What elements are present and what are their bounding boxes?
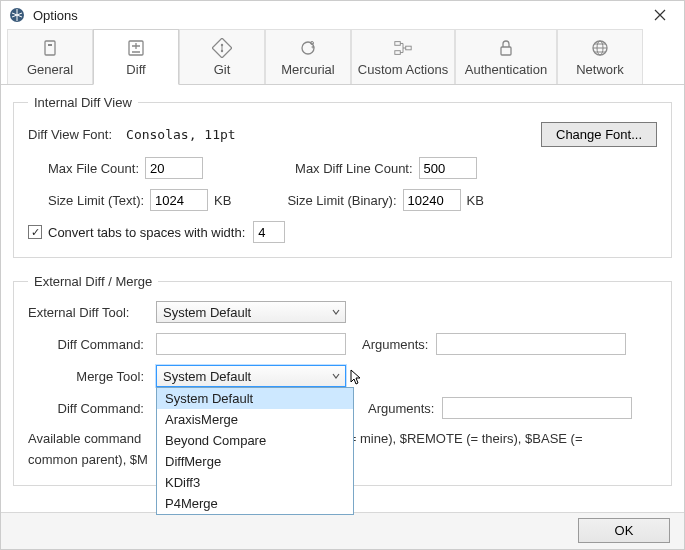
external-diff-tool-label: External Diff Tool:: [28, 305, 148, 320]
merge-tool-value: System Default: [163, 369, 251, 384]
app-icon: [9, 7, 25, 23]
tab-authentication[interactable]: Authentication: [455, 29, 557, 84]
merge-tool-label: Merge Tool:: [28, 369, 148, 384]
ok-button[interactable]: OK: [578, 518, 670, 543]
size-limit-text-input[interactable]: [150, 189, 208, 211]
diff-command-label: Diff Command:: [28, 337, 148, 352]
diff-arguments-input[interactable]: [436, 333, 626, 355]
external-diff-tool-value: System Default: [163, 305, 251, 320]
merge-tool-dropdown: System Default AraxisMerge Beyond Compar…: [156, 387, 354, 515]
change-font-button[interactable]: Change Font...: [541, 122, 657, 147]
lock-icon: [496, 38, 516, 58]
convert-tabs-checkbox[interactable]: ✓ Convert tabs to spaces with width:: [28, 225, 245, 240]
tab-git[interactable]: Git: [179, 29, 265, 84]
mercurial-icon: [298, 38, 318, 58]
size-limit-text-label: Size Limit (Text):: [48, 193, 144, 208]
external-legend: External Diff / Merge: [28, 274, 158, 289]
tab-label: Network: [576, 62, 624, 77]
tab-label: Custom Actions: [358, 62, 448, 77]
internal-legend: Internal Diff View: [28, 95, 138, 110]
merge-tool-option[interactable]: Beyond Compare: [157, 430, 353, 451]
kb-label-1: KB: [214, 193, 231, 208]
merge-arguments-label: Arguments:: [368, 401, 434, 416]
tab-network[interactable]: Network: [557, 29, 643, 84]
globe-icon: [590, 38, 610, 58]
tab-custom-actions[interactable]: Custom Actions: [351, 29, 455, 84]
diff-icon: [126, 38, 146, 58]
svg-point-9: [312, 46, 314, 48]
tab-diff[interactable]: Diff: [93, 29, 179, 85]
svg-rect-11: [395, 50, 400, 54]
diff-font-label: Diff View Font:: [28, 127, 112, 142]
checkbox-icon: ✓: [28, 225, 42, 239]
size-limit-binary-label: Size Limit (Binary):: [287, 193, 396, 208]
merge-command-label: Diff Command:: [28, 401, 148, 416]
merge-tool-option[interactable]: DiffMerge: [157, 451, 353, 472]
diff-command-input[interactable]: [156, 333, 346, 355]
tab-label: Diff: [126, 62, 145, 77]
chevron-down-icon: [331, 307, 341, 317]
internal-diff-view-group: Internal Diff View Diff View Font: Conso…: [13, 95, 672, 258]
convert-tabs-width-input[interactable]: [253, 221, 285, 243]
svg-rect-2: [48, 44, 52, 46]
tab-bar: General Diff Git Mercurial Custom Action…: [1, 29, 684, 85]
external-diff-merge-group: External Diff / Merge External Diff Tool…: [13, 274, 672, 486]
window-title: Options: [33, 8, 640, 23]
merge-arguments-input[interactable]: [442, 397, 632, 419]
merge-tool-option[interactable]: System Default: [157, 388, 353, 409]
tab-label: Authentication: [465, 62, 547, 77]
merge-tool-select[interactable]: System Default System Default AraxisMerg…: [156, 365, 346, 387]
merge-tool-option[interactable]: AraxisMerge: [157, 409, 353, 430]
cursor-icon: [350, 369, 364, 387]
max-file-count-label: Max File Count:: [48, 161, 139, 176]
svg-point-6: [221, 49, 223, 51]
chevron-down-icon: [331, 371, 341, 381]
size-limit-binary-input[interactable]: [403, 189, 461, 211]
max-diff-line-input[interactable]: [419, 157, 477, 179]
kb-label-2: KB: [467, 193, 484, 208]
svg-rect-13: [501, 47, 511, 55]
diff-font-value: Consolas, 11pt: [126, 127, 236, 142]
git-icon: [212, 38, 232, 58]
svg-rect-10: [395, 41, 400, 45]
general-icon: [40, 38, 60, 58]
window-close-button[interactable]: [640, 1, 680, 29]
tab-general[interactable]: General: [7, 29, 93, 84]
svg-rect-1: [45, 41, 55, 55]
custom-actions-icon: [393, 38, 413, 58]
merge-tool-option[interactable]: P4Merge: [157, 493, 353, 514]
external-diff-tool-select[interactable]: System Default: [156, 301, 346, 323]
svg-point-5: [221, 43, 223, 45]
merge-tool-option[interactable]: KDiff3: [157, 472, 353, 493]
svg-rect-12: [406, 46, 411, 50]
tab-label: General: [27, 62, 73, 77]
convert-tabs-label: Convert tabs to spaces with width:: [48, 225, 245, 240]
diff-arguments-label: Arguments:: [362, 337, 428, 352]
tab-mercurial[interactable]: Mercurial: [265, 29, 351, 84]
max-file-count-input[interactable]: [145, 157, 203, 179]
max-diff-line-label: Max Diff Line Count:: [295, 161, 413, 176]
tab-label: Git: [214, 62, 231, 77]
tab-label: Mercurial: [281, 62, 334, 77]
